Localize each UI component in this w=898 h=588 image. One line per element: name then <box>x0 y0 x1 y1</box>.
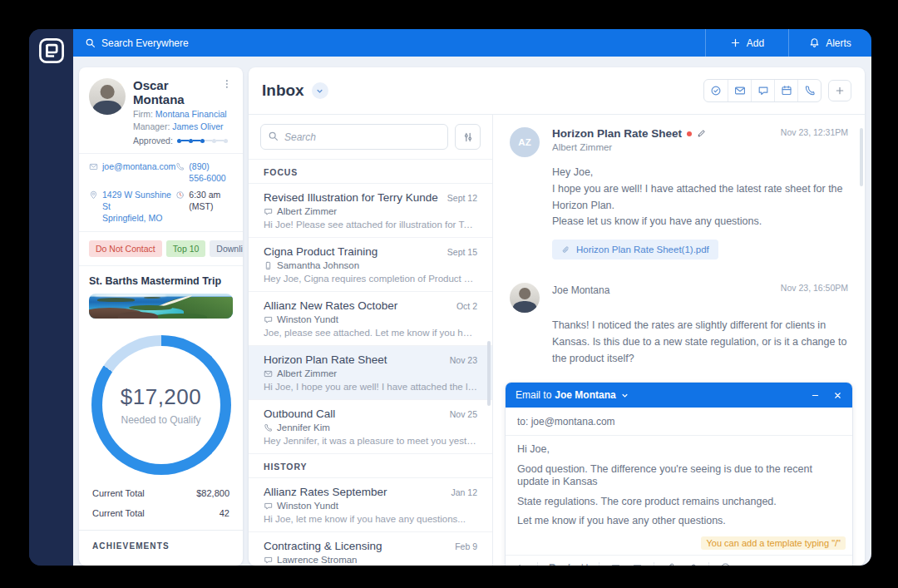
item-date: Jan 12 <box>451 487 477 497</box>
compose-header[interactable]: Email to Joe Montana <box>506 383 852 408</box>
profile-menu-icon[interactable] <box>221 78 233 90</box>
item-title: Contracting & Licensing <box>264 540 448 552</box>
calendar-button[interactable] <box>774 80 797 101</box>
section-label-focus: FOCUS <box>249 160 492 184</box>
tag-chip: Downline <box>210 240 243 257</box>
list-item[interactable]: Contracting & LicensingFeb 9Lawrence Str… <box>249 532 492 566</box>
list-item[interactable]: Allianz New Rates OctoberOct 2Winston Yu… <box>249 292 492 346</box>
format-toolbar: BIU <box>506 555 852 566</box>
item-author: Winston Yundt <box>277 501 338 511</box>
undo-button[interactable] <box>516 562 526 566</box>
phone-button[interactable] <box>797 80 821 101</box>
toolbar-divider <box>708 562 709 566</box>
italic-icon: I <box>567 561 570 566</box>
total-row: Current Total$82,800 <box>79 483 243 503</box>
map-pin-icon <box>89 190 98 200</box>
attachment-chip[interactable]: Horizon Plan Rate Sheet(1).pdf <box>552 240 718 259</box>
add-button[interactable]: Add <box>705 29 788 57</box>
item-author: Samantha Johnson <box>277 260 359 270</box>
paperclip-button[interactable] <box>665 562 676 566</box>
italic-button[interactable]: I <box>567 561 570 566</box>
trip-photo <box>89 294 233 319</box>
bold-icon: B <box>549 562 556 566</box>
chevron-down-icon <box>315 86 324 96</box>
phone-icon <box>804 85 816 96</box>
section-label-history: HISTORY <box>249 454 492 478</box>
emoji-icon <box>720 562 731 566</box>
item-date: Sept 12 <box>447 193 477 203</box>
compose-panel: Email to Joe Montana to: joe@montana.com… <box>505 382 853 566</box>
chevron-down-icon[interactable] <box>620 391 629 400</box>
add-activity-button[interactable] <box>828 80 851 101</box>
compose-line: State regulations. The core product rema… <box>517 496 841 508</box>
toolbar-divider <box>654 562 654 566</box>
filter-button[interactable] <box>455 124 481 150</box>
item-preview: Hi Joe, let me know if you have any ques… <box>264 514 477 524</box>
total-row: Current Total42 <box>79 503 243 523</box>
contact-email[interactable]: joe@montana.com <box>89 161 175 184</box>
reply-sender-name: Joe Montana <box>552 284 609 296</box>
list-item[interactable]: Allianz Rates SeptemberJan 12Winston Yun… <box>249 478 492 532</box>
email-subject: Horizon Plan Rate Sheet <box>552 127 682 140</box>
compose-line: Let me know if you have any other questi… <box>517 515 841 527</box>
manager-link[interactable]: James Oliver <box>172 121 223 131</box>
list-search-row <box>249 115 492 160</box>
item-author: Jennifer Kim <box>277 422 330 432</box>
contact-phone[interactable]: (890) 556-6000 <box>175 161 228 184</box>
list-item[interactable]: Revised Illustration for Terry KundeSept… <box>249 184 492 238</box>
inbox-dropdown[interactable] <box>312 82 328 99</box>
message-list: FOCUSRevised Illustration for Terry Kund… <box>249 115 493 566</box>
calendar-icon <box>781 85 792 96</box>
item-preview: Hi Joe! Please see attached for illustra… <box>264 220 477 230</box>
compose-body[interactable]: Hi Joe,Good question. The difference you… <box>506 436 852 535</box>
add-button-label: Add <box>747 37 764 49</box>
contact-address[interactable]: 1429 W Sunshine StSpringfield, MO <box>89 190 175 224</box>
compose-to-field[interactable]: to: joe@montana.com <box>506 408 852 436</box>
global-search-label: Search Everywhere <box>101 37 189 49</box>
item-author-row: Jennifer Kim <box>264 422 477 432</box>
item-author: Albert Zimmer <box>277 206 337 216</box>
compose-header-prefix: Email to <box>516 389 551 401</box>
align-left-button[interactable] <box>610 562 621 566</box>
list-item[interactable]: Cigna Product TrainingSept 15Samantha Jo… <box>249 238 492 292</box>
align-left-icon <box>610 562 621 566</box>
list-item[interactable]: Outbound CallNov 25Jennifer KimHey Jenni… <box>249 400 492 454</box>
align-justify-button[interactable] <box>632 562 643 566</box>
link-button[interactable] <box>687 562 698 566</box>
item-title: Outbound Call <box>264 408 443 420</box>
check-circle-button[interactable] <box>704 80 728 101</box>
reply-body: Thanks! I noticed the rates are slightly… <box>552 318 848 367</box>
app-logo-icon[interactable] <box>37 37 66 65</box>
plus-icon <box>835 86 845 96</box>
list-item[interactable]: Horizon Plan Rate SheetNov 23Albert Zimm… <box>249 346 492 400</box>
bold-button[interactable]: B <box>549 562 556 566</box>
approved-step-connector <box>216 140 224 141</box>
item-title: Allianz Rates September <box>264 486 444 498</box>
approved-progress: Approved: <box>133 136 233 146</box>
paperclip-icon <box>665 562 676 566</box>
unread-dot <box>687 131 692 136</box>
chat-icon <box>757 85 769 96</box>
approved-label: Approved: <box>133 136 173 146</box>
approved-step-dot <box>224 139 228 143</box>
underline-button[interactable]: U <box>581 562 589 566</box>
search-icon <box>268 131 279 141</box>
envelope-icon <box>89 162 98 171</box>
close-icon[interactable] <box>833 391 842 400</box>
envelope-button[interactable] <box>728 80 751 101</box>
undo-icon <box>516 562 526 566</box>
firm-link[interactable]: Montana Financial <box>155 109 227 119</box>
edit-icon[interactable] <box>697 129 706 138</box>
item-preview: Hey Joe, Cigna requires completion of Pr… <box>264 274 477 284</box>
chat-icon <box>264 556 273 565</box>
minimize-icon[interactable] <box>811 391 820 400</box>
alerts-button[interactable]: Alerts <box>788 29 871 57</box>
contact-name: Oscar Montana <box>133 78 221 106</box>
paperclip-icon <box>561 245 570 254</box>
chat-icon <box>264 502 273 511</box>
chat-button[interactable] <box>751 80 774 101</box>
emoji-button[interactable] <box>720 562 731 566</box>
message-line: Hey Joe, <box>552 165 848 181</box>
global-search[interactable]: Search Everywhere <box>85 37 189 49</box>
list-search-input[interactable] <box>260 124 448 150</box>
